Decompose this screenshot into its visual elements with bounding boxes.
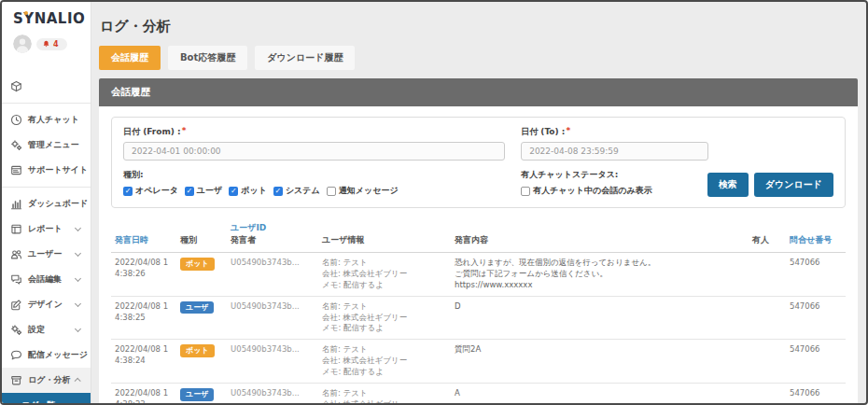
checkbox-bot[interactable]: ボット xyxy=(229,185,267,197)
tab-download-history[interactable]: ダウンロード履歴 xyxy=(255,46,355,70)
message-line: D xyxy=(455,301,745,313)
checkbox-label-system: システム xyxy=(286,185,320,197)
date-to-label: 日付 (To) :* xyxy=(521,126,833,138)
agent-chat-icon xyxy=(10,114,22,126)
sidebar-item-report[interactable]: レポート xyxy=(2,216,91,242)
cell-speaker: U05490b3743b... xyxy=(227,384,318,403)
brand-logo: SYNALIO xyxy=(2,2,91,27)
col-header-label-message: 発言内容 xyxy=(455,235,488,244)
type-filter-label: 種別: xyxy=(123,169,521,181)
download-button[interactable]: ダウンロード xyxy=(754,173,833,197)
status-filter: 有人チャットステータス: 有人チャット中の会話のみ表示 検索 ダウンロード xyxy=(521,169,833,197)
required-mark: * xyxy=(182,126,187,135)
col-header-label-speaker[interactable]: ユーザID xyxy=(231,223,266,232)
user-info-line: 名前: テスト xyxy=(322,301,447,313)
checkbox-label-notification-message: 通知メッセージ xyxy=(339,185,399,197)
cell-staffed xyxy=(749,296,786,340)
date-to-input[interactable] xyxy=(521,142,708,161)
checkbox-box-notification-message[interactable] xyxy=(327,187,336,196)
type-badge: ユーザ xyxy=(180,301,214,314)
tab-conversation-history[interactable]: 会話履歴 xyxy=(99,46,161,70)
sidebar-item-settings[interactable]: 設定 xyxy=(2,317,91,342)
checkbox-label-user: ユーザ xyxy=(197,185,222,197)
checkbox-box-staffed-chat-only[interactable] xyxy=(521,187,530,196)
message-line: 恐れ入りますが、現在個別の返信を行っておりません。 xyxy=(455,258,745,269)
sidebar-item-agent-chat[interactable]: 有人チャット xyxy=(2,107,91,133)
sidebar-divider xyxy=(2,103,91,104)
date-from-input[interactable] xyxy=(123,142,505,161)
cell-user-info: 名前: テスト会社: 株式会社ギブリーメモ: 配信するよ xyxy=(318,340,451,384)
app-window: SYNALIO 4 有人チャット管理メニューサポートサイトダッシュボードレポート… xyxy=(0,0,868,405)
type-badge: ユーザ xyxy=(180,388,214,401)
date-from-label: 日付 (From) :* xyxy=(123,126,521,138)
sidebar-item-label: ユーザー xyxy=(28,248,62,260)
user-info-line: 会社: 株式会社ギブリー xyxy=(322,313,447,324)
checkbox-box-user[interactable] xyxy=(185,187,194,196)
checkbox-box-system[interactable] xyxy=(273,187,283,196)
checkbox-box-bot[interactable] xyxy=(229,187,238,196)
content-panel: 日付 (From) :* 日付 (To) :* 種別: オペレータユー xyxy=(99,106,858,403)
checkbox-system[interactable]: システム xyxy=(273,185,320,197)
cell-inquiry-no: 547066 xyxy=(786,384,846,403)
user-info-line: 名前: テスト xyxy=(322,388,447,399)
date-from-label-text: 日付 (From) : xyxy=(123,127,181,136)
bell-icon xyxy=(42,40,50,49)
user-info-line: 名前: テスト xyxy=(322,258,447,269)
section-header: 会話履歴 xyxy=(99,78,858,106)
checkbox-user[interactable]: ユーザ xyxy=(185,185,222,197)
sidebar-item-log-analysis[interactable]: ログ・分析 xyxy=(2,368,91,393)
avatar[interactable] xyxy=(13,35,32,53)
table-row: 2022/04/08 14:38:25ユーザU05490b3743b...名前:… xyxy=(111,296,846,340)
sidebar-item-broadcast-message[interactable]: 配信メッセージ xyxy=(2,342,91,368)
filter-box: 日付 (From) :* 日付 (To) :* 種別: オペレータユー xyxy=(111,117,846,208)
notification-badge[interactable]: 4 xyxy=(36,38,67,50)
checkbox-staffed-chat-only[interactable]: 有人チャット中の会話のみ表示 xyxy=(521,185,651,197)
user-info-line: 会社: 株式会社ギブリー xyxy=(322,269,447,280)
notification-count: 4 xyxy=(53,40,59,49)
table-header-row: 発言日時種別ユーザID発言者ユーザ情報発言内容有人問合せ番号 xyxy=(111,219,846,253)
search-button[interactable]: 検索 xyxy=(707,173,749,197)
settings-icon xyxy=(10,324,22,336)
cube-icon xyxy=(10,80,22,92)
type-checkbox-group: オペレータユーザボットシステム通知メッセージ xyxy=(123,185,521,197)
sidebar-item-design[interactable]: デザイン xyxy=(2,292,91,317)
checkbox-box-operator[interactable] xyxy=(123,187,133,196)
col-header-user-info: ユーザ情報 xyxy=(318,219,451,253)
sidebar-item-support-site[interactable]: サポートサイト xyxy=(2,158,91,183)
status-checkbox-group: 有人チャット中の会話のみ表示 xyxy=(521,185,658,197)
col-header-label-staffed: 有人 xyxy=(752,235,769,244)
col-header-label-type: 種別 xyxy=(180,235,197,244)
cell-user-info: 名前: テスト会社: 株式会社ギブリーメモ: 配信するよ xyxy=(318,384,451,403)
sidebar-item-admin-menu[interactable]: 管理メニュー xyxy=(2,133,91,158)
col-header-type: 種別 xyxy=(176,219,227,253)
tab-bot-response-history[interactable]: Bot応答履歴 xyxy=(168,46,247,70)
date-to-label-text: 日付 (To) : xyxy=(521,127,565,136)
broadcast-message-icon xyxy=(10,349,22,361)
table-row: 2022/04/08 14:38:24ボットU05490b3743b...名前:… xyxy=(111,340,846,384)
log-analysis-icon xyxy=(10,374,22,386)
cell-inquiry-no: 547066 xyxy=(786,253,846,297)
sidebar-item-label: ログ・分析 xyxy=(28,374,70,386)
sidebar-subitem-log-list[interactable]: - ログ一覧 xyxy=(2,393,91,403)
chevron-down-icon xyxy=(75,326,81,332)
col-header-label-datetime[interactable]: 発言日時 xyxy=(115,235,148,244)
cell-type: ユーザ xyxy=(176,384,227,403)
sidebar-item-conversation-edit[interactable]: 会話編集 xyxy=(2,267,91,292)
page-title: ログ・分析 xyxy=(100,18,858,35)
user-info-line: 会社: 株式会社ギブリー xyxy=(322,399,447,403)
col-header-datetime: 発言日時 xyxy=(111,219,176,253)
col-header-speaker: ユーザID発言者 xyxy=(227,219,318,253)
sidebar-item-dashboard[interactable]: ダッシュボード xyxy=(2,191,91,216)
cell-user-info: 名前: テスト会社: 株式会社ギブリーメモ: 配信するよ xyxy=(318,296,451,340)
type-badge: ボット xyxy=(180,344,215,357)
cell-datetime: 2022/04/08 14:38:25 xyxy=(111,296,176,340)
sidebar-item-cube[interactable] xyxy=(2,74,91,99)
user-info-line: 名前: テスト xyxy=(322,344,447,356)
checkbox-notification-message[interactable]: 通知メッセージ xyxy=(327,185,399,197)
message-line: 質問2A xyxy=(455,344,745,356)
main-content: ログ・分析 会話履歴Bot応答履歴ダウンロード履歴 会話履歴 日付 (From)… xyxy=(99,2,858,403)
checkbox-operator[interactable]: オペレータ xyxy=(123,185,178,197)
col-header-label-inquiry-no[interactable]: 問合せ番号 xyxy=(790,235,832,244)
sidebar-item-users[interactable]: ユーザー xyxy=(2,242,91,267)
sidebar: SYNALIO 4 有人チャット管理メニューサポートサイトダッシュボードレポート… xyxy=(2,2,91,403)
